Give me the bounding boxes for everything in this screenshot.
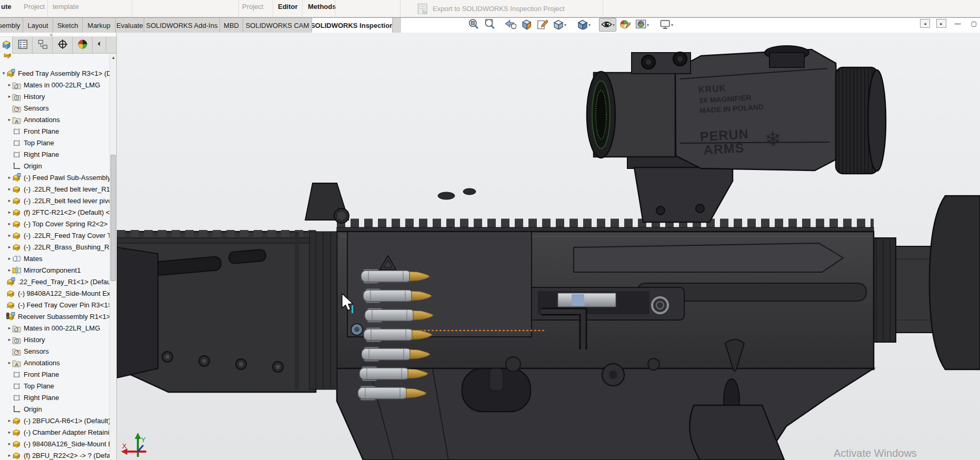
edit-appearance-button[interactable] (617, 18, 632, 32)
scrollbar-thumb[interactable] (111, 155, 116, 281)
tree-expand-arrow-icon[interactable]: ▸ (7, 256, 12, 261)
tree-expand-arrow-icon[interactable]: ▸ (7, 244, 12, 249)
restore-window-button[interactable]: ▢ (969, 19, 979, 28)
tree-scrollbar[interactable]: ▲ (109, 54, 116, 460)
tree-row[interactable]: ▸(-) .22LR_belt feed lever pivot (0, 195, 109, 206)
tree-row[interactable]: ▸(-) Feed Pawl Sub-Assembly (0, 172, 109, 183)
tree-row[interactable]: Front Plane (0, 368, 109, 380)
display-style-button[interactable]: ▾ (575, 18, 592, 32)
tree-expand-arrow-icon[interactable]: ▸ (7, 441, 12, 446)
tab-layout[interactable]: Layout (23, 18, 53, 33)
tree-row[interactable]: ▸(-) .22LR_Feed Tray Cover To (0, 229, 109, 241)
manager-tab-collapse-pane[interactable] (93, 37, 106, 54)
tree-row[interactable]: ▸(f) 2BFU_R22<2> -> ? (Defaul (0, 449, 109, 460)
tree-expand-arrow-icon[interactable]: ▾ (1, 71, 6, 76)
tab-sketch[interactable]: Sketch (53, 18, 83, 33)
zoom-to-area-button[interactable] (482, 18, 496, 32)
model-buffer-tube[interactable] (869, 196, 980, 369)
tree-row[interactable]: Right Plane (0, 148, 109, 160)
tree-expand-arrow-icon[interactable]: ▸ (7, 186, 12, 192)
tree-row[interactable]: .22_Feed_Tray_R1<1> (Default) < (0, 276, 109, 287)
tree-row[interactable]: ▸AAnnotations (0, 357, 109, 368)
tab-solidworks-add-ins[interactable]: SOLIDWORKS Add-Ins (144, 18, 220, 33)
dropdown-caret-icon[interactable]: ▾ (613, 23, 615, 27)
tree-expand-arrow-icon[interactable]: ▸ (7, 325, 12, 331)
view-orientation-button[interactable]: ▾ (551, 18, 568, 32)
tree-expand-arrow-icon[interactable]: ▸ (7, 418, 12, 423)
tree-expand-arrow-icon[interactable]: ▸ (7, 82, 12, 87)
manager-tab-displaymanager[interactable] (73, 37, 93, 54)
tree-row[interactable]: ▸(f) 2FTC-R21<2> (Default) << (0, 206, 109, 218)
tab-markup[interactable]: Markup (83, 18, 116, 33)
section-view-button[interactable] (519, 18, 534, 32)
ribbon-button-label-0[interactable]: ute (1, 3, 12, 11)
manager-tab-propertymanager[interactable] (13, 37, 33, 54)
tree-row[interactable]: ▸Mates in 000-22LR_LMG (0, 322, 109, 334)
tree-row[interactable]: Sensors (0, 345, 109, 357)
scroll-up-button[interactable]: ▲ (110, 54, 117, 62)
tree-expand-arrow-icon[interactable]: ▸ (7, 221, 12, 226)
tree-row[interactable]: Receiver Subassembly R1<1> (De (0, 311, 109, 322)
tree-row[interactable]: ▾Feed Tray Assembly R3<1> (Defa (0, 67, 109, 79)
tree-expand-arrow-icon[interactable]: ▸ (7, 209, 12, 215)
tab-assembly[interactable]: Assembly (0, 18, 23, 33)
ribbon-button-label-4[interactable]: Editor (278, 3, 298, 11)
ribbon-button-label-5[interactable]: Methods (308, 3, 336, 11)
tree-row[interactable]: ▸Mates (0, 253, 109, 264)
tree-expand-arrow-icon[interactable]: ▸ (7, 267, 12, 273)
model-canvas[interactable]: KRUK 3X MAGNIFIER MADE IN POLAND PERUN A… (117, 33, 980, 460)
tree-row[interactable]: (-) Feed Tray Cover Pin R3<1> (D (0, 299, 109, 311)
dropdown-caret-icon[interactable]: ▾ (647, 23, 649, 27)
tree-row[interactable]: ▸History (0, 91, 109, 102)
tree-row[interactable]: Top Plane (0, 137, 109, 148)
tab-evaluate[interactable]: Evaluate (116, 18, 144, 33)
tree-expand-arrow-icon[interactable]: ▸ (7, 233, 12, 238)
graphics-viewport[interactable]: KRUK 3X MAGNIFIER MADE IN POLAND PERUN A… (117, 33, 980, 460)
dropdown-caret-icon[interactable]: ▾ (564, 23, 566, 27)
tree-row[interactable]: Right Plane (0, 392, 109, 403)
tab-solidworks-cam[interactable]: SOLIDWORKS CAM (243, 18, 312, 33)
tree-row[interactable]: ▸AAnnotations (0, 114, 109, 125)
dynamic-annotation-views-button[interactable] (535, 18, 549, 32)
apply-scene-button[interactable]: ▾ (633, 18, 651, 32)
view-settings-button[interactable]: ▾ (657, 18, 675, 32)
tree-row[interactable]: ▸(-) Top Cover Spring R2<2> ( (0, 218, 109, 229)
panel-splitter[interactable] (0, 33, 116, 37)
next-window-button[interactable]: ▸ (936, 19, 946, 28)
tree-row[interactable]: ▸(-) Chamber Adapter Retainii (0, 426, 109, 438)
tree-expand-arrow-icon[interactable]: ▸ (7, 94, 12, 99)
tree-row[interactable]: ▸(-) 98408A126_Side-Mount E: (0, 438, 109, 449)
manager-tab-dimxpertmanager[interactable] (53, 37, 73, 54)
dropdown-caret-icon[interactable]: ▾ (588, 23, 591, 27)
tree-row[interactable]: Sensors (0, 102, 109, 114)
previous-window-button[interactable]: ◂ (920, 19, 930, 28)
tree-expand-arrow-icon[interactable]: ▸ (7, 175, 12, 180)
tree-row[interactable]: ▸(-) 2BFUCA-R6<1> (Default) (0, 415, 109, 426)
tree-row[interactable]: ▸History (0, 334, 109, 345)
tree-expand-arrow-icon[interactable]: ▸ (7, 360, 12, 365)
hide-show-items-button[interactable]: ▾ (599, 18, 616, 32)
dropdown-caret-icon[interactable]: ▾ (671, 23, 673, 27)
zoom-to-fit-button[interactable] (466, 18, 481, 32)
tree-row[interactable]: Front Plane (0, 125, 109, 137)
tree-row[interactable]: ▸(-) .22LR_Brass_Bushing_R3< (0, 241, 109, 253)
export-to-inspection-project-button[interactable]: Export to SOLIDWORKS Inspection Project (416, 1, 565, 16)
model-magnifier-scope[interactable]: KRUK 3X MAGNIFIER MADE IN POLAND PERUN A… (587, 46, 886, 174)
tree-expand-arrow-icon[interactable]: ▸ (7, 429, 12, 435)
tree-row[interactable]: Origin (0, 403, 109, 415)
tab-mbd[interactable]: MBD (220, 18, 243, 33)
manager-tab-featuremanager-design-tree[interactable] (0, 37, 13, 54)
tree-expand-arrow-icon[interactable]: ▸ (7, 337, 12, 342)
tab-solidworks-inspection[interactable]: SOLIDWORKS Inspection (312, 18, 393, 33)
tree-row[interactable]: ▸(-) .22LR_feed belt lever_R18< (0, 183, 109, 195)
tree-expand-arrow-icon[interactable]: ▸ (7, 198, 12, 203)
tree-row[interactable]: Top Plane (0, 380, 109, 392)
tree-expand-arrow-icon[interactable]: ▸ (7, 117, 12, 122)
tree-expand-arrow-icon[interactable]: ▸ (7, 453, 12, 458)
minimize-window-button[interactable]: — (953, 19, 963, 28)
previous-view-button[interactable] (503, 18, 518, 32)
manager-tab-configurationmanager[interactable] (33, 37, 53, 54)
model-handguard[interactable] (117, 232, 337, 392)
tree-row[interactable]: (-) 98408A122_Side-Mount Exte (0, 287, 109, 299)
tree-row[interactable]: Origin (0, 160, 109, 172)
